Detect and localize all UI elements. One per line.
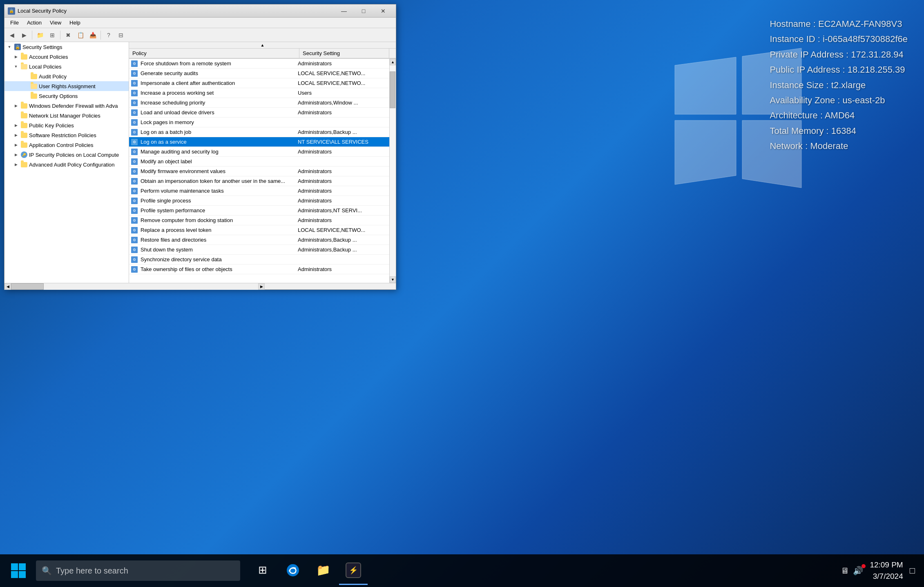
- scrollbar-down-arrow[interactable]: ▼: [390, 276, 396, 283]
- row-setting-value: Administrators: [298, 198, 388, 204]
- tree-item-security-options[interactable]: Security Options: [4, 91, 129, 101]
- bottom-scroll-track[interactable]: [11, 283, 258, 290]
- menu-view[interactable]: View: [46, 19, 65, 27]
- tree-item-local-policies[interactable]: ▼ Local Policies: [4, 62, 129, 71]
- column-header-policy[interactable]: Policy: [129, 49, 299, 58]
- list-row[interactable]: ⚙ Remove computer from docking station A…: [129, 216, 389, 225]
- tree-pane[interactable]: ▼ 🔒 Security Settings ▶ Account Policies: [4, 42, 129, 283]
- tree-item-local-policies-label: Local Policies: [29, 64, 62, 70]
- bottom-scroll-left[interactable]: ◀: [4, 283, 11, 290]
- help-button[interactable]: ?: [103, 29, 114, 41]
- row-policy-icon: ⚙: [131, 217, 138, 224]
- search-bar[interactable]: 🔍 Type here to search: [36, 560, 240, 581]
- task-view-icon: ⊞: [255, 563, 270, 578]
- back-button[interactable]: ◀: [6, 29, 18, 41]
- list-row[interactable]: ⚙ Force shutdown from a remote system Ad…: [129, 59, 389, 69]
- row-policy-name: Generate security audits: [141, 70, 298, 76]
- list-row[interactable]: ⚙ Replace a process level token LOCAL SE…: [129, 225, 389, 235]
- delete-button[interactable]: ✖: [62, 29, 74, 41]
- tree-root[interactable]: ▼ 🔒 Security Settings: [4, 42, 129, 52]
- tree-item-ip-security[interactable]: ▶ 🔑 IP Security Policies on Local Comput…: [4, 150, 129, 160]
- list-row[interactable]: ⚙ Manage auditing and security log Admin…: [129, 147, 389, 157]
- forward-button[interactable]: ▶: [18, 29, 30, 41]
- list-row-selected[interactable]: ⚙ Log on as a service NT SERVICE\ALL SER…: [129, 137, 389, 147]
- row-setting-value: Administrators: [298, 178, 388, 184]
- bottom-scroll-right[interactable]: ▶: [258, 283, 265, 290]
- menu-help[interactable]: Help: [65, 19, 85, 27]
- tree-item-windows-defender[interactable]: ▶ Windows Defender Firewall with Adva: [4, 101, 129, 111]
- up-button[interactable]: 📁: [34, 29, 46, 41]
- bottom-scroll-thumb[interactable]: [11, 283, 44, 290]
- list-vertical-scrollbar[interactable]: ▲ ▼: [389, 59, 396, 283]
- taskbar-explorer[interactable]: 📁: [309, 556, 337, 585]
- taskbar-edge[interactable]: [279, 556, 307, 585]
- properties-button[interactable]: 📋: [75, 29, 86, 41]
- close-button[interactable]: ✕: [374, 6, 393, 16]
- tree-item-software-restriction[interactable]: ▶ Software Restriction Policies: [4, 130, 129, 140]
- taskbar-terminal[interactable]: ⚡: [339, 556, 368, 585]
- list-row[interactable]: ⚙ Take ownership of files or other objec…: [129, 265, 389, 274]
- availability-zone-label: Availability Zone :: [770, 95, 840, 105]
- toolbar-separator-2: [60, 31, 60, 40]
- taskbar-task-view[interactable]: ⊞: [248, 556, 277, 585]
- list-row[interactable]: ⚙ Log on as a batch job Administrators,B…: [129, 127, 389, 137]
- export-button[interactable]: 📥: [87, 29, 98, 41]
- list-row[interactable]: ⚙ Modify firmware environment values Adm…: [129, 167, 389, 176]
- list-row[interactable]: ⚙ Lock pages in memory: [129, 118, 389, 127]
- svg-marker-2: [675, 120, 736, 185]
- list-row[interactable]: ⚙ Profile single process Administrators: [129, 196, 389, 206]
- list-row[interactable]: ⚙ Perform volume maintenance tasks Admin…: [129, 186, 389, 196]
- list-row[interactable]: ⚙ Impersonate a client after authenticat…: [129, 78, 389, 88]
- tree-item-advanced-audit[interactable]: ▶ Advanced Audit Policy Configuration: [4, 160, 129, 169]
- list-body[interactable]: ⚙ Force shutdown from a remote system Ad…: [129, 59, 389, 283]
- minimize-button[interactable]: —: [335, 6, 353, 16]
- menu-action[interactable]: Action: [23, 19, 46, 27]
- network-label: Network :: [770, 141, 808, 151]
- scrollbar-thumb[interactable]: [390, 71, 395, 108]
- start-button[interactable]: [4, 556, 33, 585]
- row-policy-name: Remove computer from docking station: [141, 217, 298, 223]
- maximize-button[interactable]: □: [354, 6, 373, 16]
- row-setting-value: Administrators,Backup ...: [298, 237, 388, 243]
- list-row[interactable]: ⚙ Shut down the system Administrators,Ba…: [129, 245, 389, 255]
- row-policy-name: Impersonate a client after authenticatio…: [141, 80, 298, 86]
- list-row[interactable]: ⚙ Synchronize directory service data: [129, 255, 389, 265]
- list-row[interactable]: ⚙ Increase scheduling priority Administr…: [129, 98, 389, 108]
- clock-display[interactable]: 12:09 PM 3/7/2024: [870, 559, 903, 583]
- list-row[interactable]: ⚙ Modify an object label: [129, 157, 389, 167]
- list-row[interactable]: ⚙ Profile system performance Administrat…: [129, 206, 389, 216]
- row-policy-name: Load and unload device drivers: [141, 109, 298, 116]
- row-policy-name: Log on as a service: [141, 139, 298, 145]
- row-setting-value: Administrators: [298, 188, 388, 194]
- scrollbar-up-arrow[interactable]: ▲: [390, 59, 396, 65]
- total-memory-line: Total Memory : 16384: [770, 123, 908, 138]
- tree-item-network-list[interactable]: Network List Manager Policies: [4, 111, 129, 120]
- row-setting-value: Users: [298, 90, 388, 96]
- list-row[interactable]: ⚙ Increase a process working set Users: [129, 88, 389, 98]
- tree-item-app-control[interactable]: ▶ Application Control Policies: [4, 140, 129, 150]
- mmc-button[interactable]: ⊟: [115, 29, 127, 41]
- volume-tray-icon[interactable]: 🔊: [853, 566, 863, 576]
- tree-item-public-key[interactable]: ▶ Public Key Policies: [4, 120, 129, 130]
- list-row[interactable]: ⚙ Obtain an impersonation token for anot…: [129, 176, 389, 186]
- svg-rect-4: [11, 563, 18, 570]
- tree-item-user-rights[interactable]: User Rights Assignment: [4, 81, 129, 91]
- list-row[interactable]: ⚙ Load and unload device drivers Adminis…: [129, 108, 389, 118]
- title-bar-buttons: — □ ✕: [335, 6, 393, 16]
- tree-item-account-policies[interactable]: ▶ Account Policies: [4, 52, 129, 62]
- menu-file[interactable]: File: [6, 19, 23, 27]
- list-row[interactable]: ⚙ Restore files and directories Administ…: [129, 235, 389, 245]
- list-scroll-top[interactable]: ▲: [129, 42, 396, 49]
- notification-icon[interactable]: □: [910, 565, 915, 576]
- row-policy-icon: ⚙: [131, 99, 138, 107]
- tree-item-app-control-icon: [20, 141, 28, 149]
- row-policy-name: Take ownership of files or other objects: [141, 266, 298, 272]
- column-header-setting[interactable]: Security Setting: [299, 49, 389, 58]
- show-hide-button[interactable]: ⊞: [47, 29, 58, 41]
- svg-rect-6: [11, 571, 18, 578]
- list-row[interactable]: ⚙ Generate security audits LOCAL SERVICE…: [129, 69, 389, 78]
- toolbar: ◀ ▶ 📁 ⊞ ✖ 📋 📥 ? ⊟: [4, 28, 396, 42]
- tree-item-audit-policy[interactable]: Audit Policy: [4, 71, 129, 81]
- network-tray-icon[interactable]: 🖥: [841, 566, 849, 576]
- scrollbar-track[interactable]: [390, 65, 396, 276]
